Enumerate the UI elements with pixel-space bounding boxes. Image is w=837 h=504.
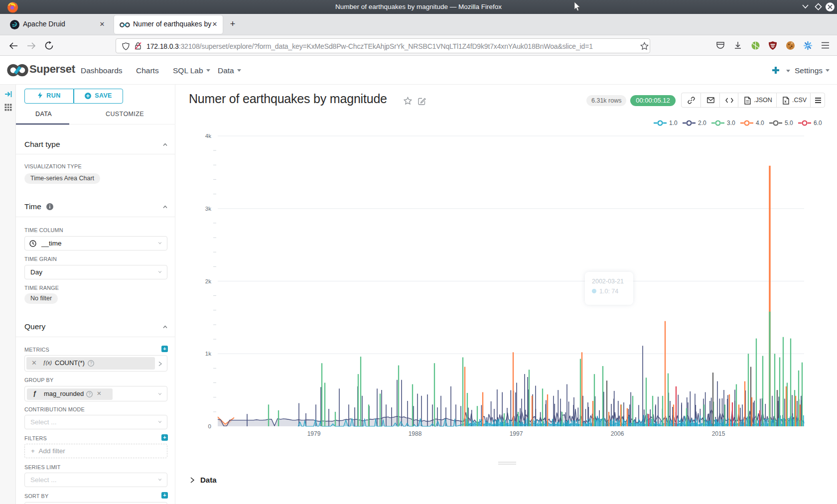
svg-text:2006: 2006 — [611, 430, 624, 437]
svg-text:2015: 2015 — [712, 430, 725, 437]
svg-text:2k: 2k — [205, 278, 211, 284]
svg-text:1997: 1997 — [510, 430, 523, 437]
svg-text:0: 0 — [208, 423, 211, 429]
svg-text:3k: 3k — [205, 206, 211, 212]
svg-text:4k: 4k — [205, 133, 211, 139]
svg-text:1k: 1k — [205, 351, 211, 357]
svg-text:1979: 1979 — [307, 430, 321, 437]
svg-text:1988: 1988 — [409, 430, 422, 437]
